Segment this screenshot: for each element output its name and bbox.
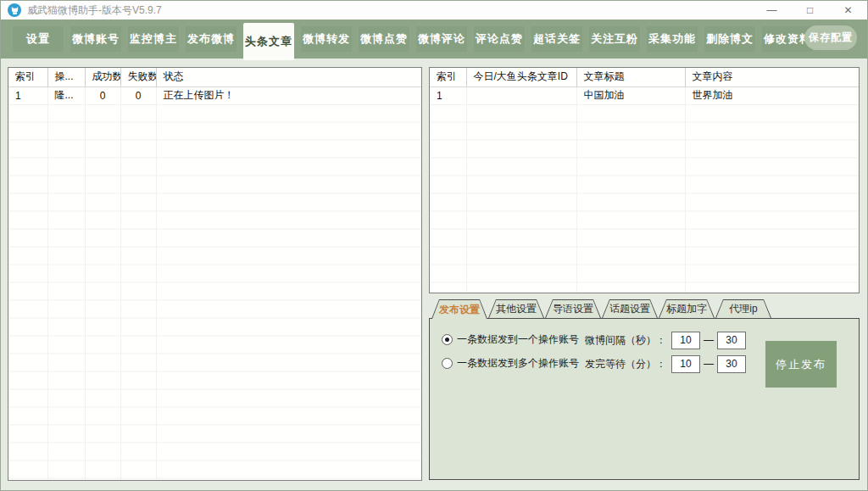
- radio-row-one-account: 一条数据发到一个操作账号: [442, 331, 579, 348]
- settings-tab-proxy-ip[interactable]: 代理ip: [715, 299, 771, 318]
- weibo-interval-label: 微博间隔（秒）：: [585, 333, 666, 348]
- tab-weibo-like[interactable]: 微博点赞: [359, 26, 409, 52]
- settings-tabrow: 发布设置 其他设置 导语设置 话题设置 标题加字 代理ip: [429, 299, 860, 318]
- stop-publish-button[interactable]: 停止发布: [765, 341, 837, 388]
- col-article-title[interactable]: 文章标题: [576, 68, 685, 86]
- cell-article-title[interactable]: 中国加油: [576, 86, 685, 104]
- col-status[interactable]: 状态: [156, 68, 421, 86]
- cat-icon: [8, 3, 21, 17]
- tab-weibo-comment[interactable]: 微博评论: [416, 26, 467, 52]
- publish-settings-panel: 一条数据发到一个操作账号 一条数据发到多个操作账号 微博间隔（秒）： — 发完等…: [429, 318, 860, 480]
- tab-weibo-account[interactable]: 微博账号: [70, 26, 121, 52]
- col-article-id[interactable]: 今日/大鱼头条文章ID: [466, 68, 576, 86]
- task-status-table: 索引 操... 成功数 失败数 状态 1 隆... 0 0 正在上传图片！: [8, 67, 422, 481]
- cell-index[interactable]: 1: [8, 86, 47, 104]
- settings-tabcontrol: 发布设置 其他设置 导语设置 话题设置 标题加字 代理ip 一条数据发到一个操作…: [429, 299, 860, 481]
- weibo-interval-max-input[interactable]: [717, 332, 746, 349]
- col-article-content[interactable]: 文章内容: [685, 68, 859, 86]
- finish-wait-label: 发完等待（分）：: [585, 357, 666, 371]
- window-title: 威武猫微博助手-版本号V5.9.7: [27, 3, 162, 18]
- app-window: 威武猫微博助手-版本号V5.9.7 — □ ✕ 设置 微博账号 监控博主 发布微…: [0, 0, 868, 491]
- tab-follow-mutual[interactable]: 关注互粉: [589, 26, 640, 52]
- weibo-interval-min-input[interactable]: [671, 332, 700, 349]
- tab-headline-article[interactable]: 头条文章: [243, 23, 294, 60]
- tab-weibo-repost[interactable]: 微博转发: [301, 26, 352, 52]
- window-controls: — □ ✕: [753, 1, 867, 20]
- radio-one-account-label: 一条数据发到一个操作账号: [457, 332, 579, 347]
- radio-multi-account-label: 一条数据发到多个操作账号: [457, 356, 579, 371]
- article-table: 索引 今日/大鱼头条文章ID 文章标题 文章内容 1 中国加油 世界加油: [429, 67, 860, 293]
- col-success-count[interactable]: 成功数: [85, 68, 120, 86]
- radio-multi-account[interactable]: [442, 358, 453, 369]
- cell-success-count[interactable]: 0: [85, 86, 120, 104]
- cell-index[interactable]: 1: [430, 86, 466, 104]
- settings-tab-intro[interactable]: 导语设置: [545, 299, 601, 318]
- minimize-icon[interactable]: —: [753, 1, 791, 20]
- tab-supertopic-sign[interactable]: 超话关签: [531, 26, 582, 52]
- col-operator-account[interactable]: 操...: [47, 68, 85, 86]
- range-dash: —: [704, 334, 714, 346]
- maximize-icon[interactable]: □: [791, 1, 829, 20]
- tab-comment-like[interactable]: 评论点赞: [474, 26, 525, 52]
- settings-tab-publish[interactable]: 发布设置: [431, 299, 487, 319]
- table-empty-area: [430, 104, 859, 293]
- radio-row-multi-account: 一条数据发到多个操作账号: [442, 354, 579, 371]
- tab-collect-function[interactable]: 采集功能: [647, 26, 698, 52]
- table-header-row: 索引 操... 成功数 失败数 状态: [8, 68, 421, 86]
- table-row[interactable]: 1 中国加油 世界加油: [430, 86, 859, 104]
- table-header-row: 索引 今日/大鱼头条文章ID 文章标题 文章内容: [430, 68, 859, 86]
- col-fail-count[interactable]: 失败数: [120, 68, 156, 86]
- settings-tab-topic[interactable]: 话题设置: [602, 299, 658, 318]
- table-empty-area: [8, 104, 421, 480]
- close-icon[interactable]: ✕: [829, 1, 867, 20]
- tab-delete-post[interactable]: 删除博文: [704, 26, 755, 52]
- cell-article-id[interactable]: [466, 86, 576, 104]
- cell-article-content[interactable]: 世界加油: [685, 86, 859, 104]
- range-dash: —: [704, 358, 714, 370]
- col-index[interactable]: 索引: [8, 68, 47, 86]
- radio-one-account[interactable]: [442, 334, 453, 345]
- settings-tab-title-append[interactable]: 标题加字: [659, 299, 715, 318]
- weibo-interval-field: 微博间隔（秒）： —: [585, 331, 746, 349]
- finish-wait-field: 发完等待（分）： —: [585, 354, 746, 373]
- finish-wait-max-input[interactable]: [717, 355, 746, 373]
- tab-publish-weibo[interactable]: 发布微博: [186, 26, 236, 52]
- save-config-button[interactable]: 保存配置: [804, 25, 857, 50]
- nav-strip: 设置 微博账号 监控博主 发布微博 头条文章 微博转发 微博点赞 微博评论 评论…: [1, 20, 867, 59]
- titlebar: 威武猫微博助手-版本号V5.9.7 — □ ✕: [1, 1, 867, 20]
- settings-tab-other[interactable]: 其他设置: [488, 299, 544, 318]
- cell-fail-count[interactable]: 0: [120, 86, 156, 104]
- col-index[interactable]: 索引: [430, 68, 466, 86]
- tab-monitor-blogger[interactable]: 监控博主: [128, 26, 179, 52]
- finish-wait-min-input[interactable]: [671, 355, 700, 373]
- cell-status[interactable]: 正在上传图片！: [156, 86, 421, 104]
- tab-settings[interactable]: 设置: [13, 26, 64, 52]
- table-row[interactable]: 1 隆... 0 0 正在上传图片！: [8, 86, 421, 104]
- cell-operator-account[interactable]: 隆...: [47, 86, 85, 104]
